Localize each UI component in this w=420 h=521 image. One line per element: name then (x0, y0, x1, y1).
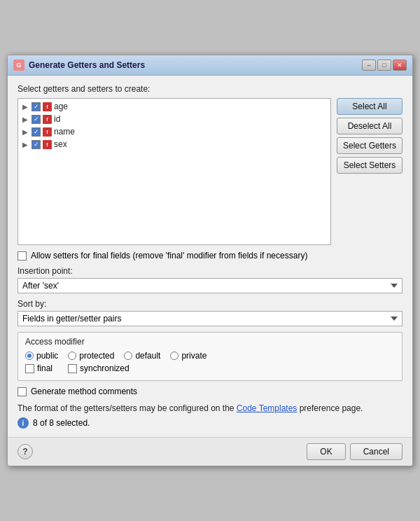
config-text-after: preference page. (300, 403, 363, 413)
section-label: Select getters and setters to create: (18, 84, 402, 94)
help-button[interactable]: ? (18, 444, 33, 459)
config-text-row: The format of the getters/setters may be… (18, 402, 402, 415)
tree-item-age[interactable]: ▶ ✓ f age (20, 100, 329, 113)
field-icon-name: f (43, 127, 52, 137)
radio-default-label: default (135, 351, 160, 361)
insertion-point-select[interactable]: After 'sex' (18, 278, 402, 293)
modifier-checkboxes-row: final synchronized (25, 363, 395, 373)
insertion-point-label: Insertion point: (18, 266, 402, 276)
select-setters-button[interactable]: Select Setters (337, 157, 402, 174)
radio-default[interactable]: default (124, 351, 160, 361)
radio-public[interactable]: public (25, 351, 58, 361)
access-modifier-group: Access modifier public protected default (18, 332, 402, 381)
radio-protected[interactable]: protected (68, 351, 114, 361)
cancel-button[interactable]: Cancel (350, 443, 402, 460)
title-bar: G Generate Getters and Setters – □ ✕ (8, 55, 412, 76)
tree-label-age: age (54, 102, 68, 111)
status-text: 8 of 8 selected. (33, 418, 90, 428)
access-modifier-radios: public protected default private (25, 351, 395, 361)
tree-panel[interactable]: ▶ ✓ f age ▶ ✓ f id ▶ ✓ f name (18, 98, 331, 245)
final-label: final (37, 363, 52, 373)
generate-comments-label: Generate method comments (31, 387, 137, 396)
access-modifier-title: Access modifier (25, 337, 395, 347)
generate-comments-row: Generate method comments (18, 387, 402, 396)
allow-final-label: Allow setters for final fields (remove '… (31, 251, 307, 260)
select-getters-button[interactable]: Select Getters (337, 137, 402, 154)
sort-by-select[interactable]: Fields in getter/setter pairs (18, 311, 402, 326)
field-icon-age: f (43, 102, 52, 111)
dialog-title: Generate Getters and Setters (29, 60, 358, 70)
tree-checkbox-id[interactable]: ✓ (31, 115, 41, 124)
tree-arrow-sex: ▶ (22, 141, 29, 148)
radio-default-input[interactable] (124, 352, 132, 360)
info-icon: i (18, 417, 29, 429)
field-icon-sex: f (43, 140, 52, 149)
code-templates-link[interactable]: Code Templates (237, 403, 298, 413)
minimize-button[interactable]: – (362, 60, 376, 71)
tree-arrow-age: ▶ (22, 103, 29, 111)
allow-final-checkbox[interactable] (18, 251, 27, 260)
synchronized-checkbox-item[interactable]: synchronized (68, 363, 130, 373)
radio-protected-label: protected (79, 351, 114, 361)
final-checkbox[interactable] (25, 364, 34, 373)
tree-checkbox-name[interactable]: ✓ (31, 127, 41, 137)
tree-item-sex[interactable]: ▶ ✓ f sex (20, 138, 329, 151)
bottom-buttons: OK Cancel (307, 443, 402, 460)
dialog-body: Select getters and setters to create: ▶ … (8, 76, 412, 437)
generate-getters-setters-dialog: G Generate Getters and Setters – □ ✕ Sel… (7, 55, 413, 466)
allow-final-row: Allow setters for final fields (remove '… (18, 251, 402, 260)
ok-button[interactable]: OK (307, 443, 345, 460)
final-checkbox-item[interactable]: final (25, 363, 52, 373)
config-text-before: The format of the getters/setters may be… (18, 403, 234, 413)
tree-checkbox-age[interactable]: ✓ (31, 102, 41, 111)
select-all-button[interactable]: Select All (337, 98, 402, 115)
status-row: i 8 of 8 selected. (18, 417, 402, 429)
close-button[interactable]: ✕ (393, 60, 407, 71)
tree-item-id[interactable]: ▶ ✓ f id (20, 113, 329, 125)
sort-by-label: Sort by: (18, 299, 402, 309)
title-bar-controls: – □ ✕ (362, 60, 407, 71)
field-icon-id: f (43, 115, 52, 124)
tree-arrow-id: ▶ (22, 116, 29, 123)
bottom-bar: ? OK Cancel (8, 437, 412, 466)
main-area: ▶ ✓ f age ▶ ✓ f id ▶ ✓ f name (18, 98, 402, 245)
radio-protected-input[interactable] (68, 352, 76, 360)
radio-private-input[interactable] (170, 352, 178, 360)
tree-label-sex: sex (54, 139, 67, 149)
dialog-icon: G (13, 60, 24, 71)
tree-checkbox-sex[interactable]: ✓ (31, 140, 41, 149)
deselect-all-button[interactable]: Deselect All (337, 118, 402, 134)
radio-public-input[interactable] (25, 352, 34, 360)
tree-label-id: id (54, 114, 60, 124)
tree-item-name[interactable]: ▶ ✓ f name (20, 125, 329, 138)
synchronized-checkbox[interactable] (68, 364, 77, 373)
synchronized-label: synchronized (80, 363, 130, 373)
radio-public-label: public (36, 351, 58, 361)
tree-label-name: name (54, 127, 75, 137)
generate-comments-checkbox[interactable] (18, 387, 27, 396)
tree-arrow-name: ▶ (22, 128, 29, 136)
radio-private[interactable]: private (170, 351, 206, 361)
maximize-button[interactable]: □ (377, 60, 391, 71)
side-buttons: Select All Deselect All Select Getters S… (337, 98, 402, 245)
radio-private-label: private (181, 351, 206, 361)
